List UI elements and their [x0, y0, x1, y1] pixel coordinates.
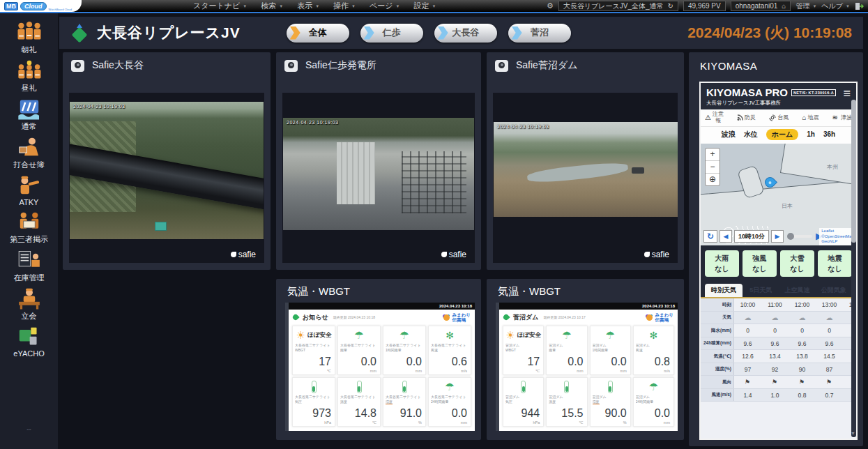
- metric-value: 0.0: [406, 356, 422, 368]
- locate-button[interactable]: ⊕: [706, 174, 719, 185]
- umbrella-icon: ☂: [649, 381, 658, 393]
- metric-value: 15.5: [561, 407, 583, 420]
- map-view[interactable]: 本州 日本 + − ⊕ ↻ ◀ 10時10分 ▶ ▶ Leaflet©Op: [701, 144, 856, 245]
- board-selector[interactable]: 大長谷リプレースJV_全体_通常 ↻: [558, 1, 678, 11]
- nav-tsunami[interactable]: ≋津波: [832, 114, 852, 121]
- sidebar-item-atky[interactable]: ATKY: [14, 175, 45, 206]
- logout-icon[interactable]: [855, 2, 864, 10]
- safie-leaf-icon: [231, 252, 236, 257]
- weather-tabs: 時別天気 5日天気 上空風速 公開気象: [701, 281, 856, 299]
- board-name: 大長谷リプレースJV_全体_通常: [563, 1, 664, 11]
- scrollbar-thumb[interactable]: [851, 100, 856, 243]
- mode-suii[interactable]: 水位: [744, 130, 758, 139]
- topbar-accent-line: [0, 12, 868, 13]
- tab-public-weather[interactable]: 公開気象: [816, 284, 852, 298]
- wind-flag-icon: ⚑: [745, 379, 751, 386]
- pageview-counter: 49,969 PV: [683, 1, 726, 11]
- map-playback-controls: ↻ ◀ 10時10分 ▶ ▶: [703, 230, 823, 243]
- sidebar-item-zaiko[interactable]: 在庫管理: [14, 250, 45, 283]
- tab-chevron-icon: [512, 26, 522, 40]
- metric-value: 90.0: [605, 407, 627, 420]
- slider-thumb[interactable]: [787, 233, 794, 240]
- map-refresh-button[interactable]: ↻: [703, 230, 717, 243]
- menu-page[interactable]: ページ▼: [370, 1, 399, 11]
- scroll-down-arrow-icon[interactable]: ▼: [851, 431, 855, 436]
- camera-panel-header: Safie仁歩発電所: [276, 52, 481, 79]
- umbrella-icon: ☂: [399, 329, 409, 342]
- tab-suganuma[interactable]: 菅沼: [508, 24, 571, 43]
- thermometer-icon: [402, 381, 407, 393]
- site-name: 菅沼ダム: [513, 313, 538, 322]
- status-earthquake[interactable]: 地震なし: [818, 250, 852, 277]
- menu-operation[interactable]: 操作▼: [333, 1, 356, 11]
- menu-view[interactable]: 表示▼: [297, 1, 319, 11]
- alert-nav: ⚠注意報 防災 台風 ⌂地震 ≋津波: [701, 109, 856, 127]
- zoom-in-button[interactable]: +: [706, 149, 719, 161]
- mbcloud-logo[interactable]: MB Cloud WatchBoard Cloud: [0, 0, 82, 12]
- metric-card-rain1h: ☂大長谷第二サテライト1時間雨量0.0mm: [383, 326, 426, 375]
- metric-value: 17: [527, 356, 540, 368]
- refresh-icon[interactable]: ↻: [668, 2, 673, 10]
- hamburger-menu-icon[interactable]: ≡: [843, 87, 851, 100]
- metric-unit: hPa: [324, 420, 331, 425]
- kiyomasa-header: KIYOMASA PRONETIS: KT-230016-A ≡ 大長谷リプレー…: [701, 83, 856, 109]
- inventory-list-icon: [14, 250, 45, 273]
- tab-hourly-weather[interactable]: 時別天気: [705, 284, 743, 298]
- tools-icon[interactable]: ⚙: [547, 1, 554, 10]
- menu-admin[interactable]: 管理▼: [795, 1, 816, 11]
- mode-1h[interactable]: 1h: [807, 130, 815, 138]
- widget-scrollbar[interactable]: [851, 100, 856, 437]
- metric-unit: m/s: [664, 369, 670, 373]
- weather-panel-title: 気温・WBGT: [276, 279, 481, 298]
- widget-timestamp: 2024.04.23 10:18: [439, 304, 472, 308]
- pv-count: 49,969 PV: [688, 2, 721, 10]
- nav-jishin[interactable]: ⌂地震: [802, 114, 818, 121]
- mode-home-active[interactable]: ホーム: [766, 129, 798, 140]
- thermometer-icon: [521, 381, 526, 393]
- status-heavy-snow[interactable]: 大雪なし: [780, 250, 814, 277]
- sidebar-item-eyacho[interactable]: eYACHO: [13, 326, 44, 358]
- metric-card-humidity: 大長谷第二サテライト湿度91.0%: [383, 377, 426, 427]
- status-heavy-rain[interactable]: 大雨なし: [705, 250, 739, 277]
- mimawari-logo: みまわり伝書鳩: [646, 312, 673, 323]
- user-box[interactable]: ohnagatani01 ⌂: [731, 1, 791, 11]
- menu-search[interactable]: 検索▼: [261, 1, 283, 11]
- sidebar-item-daisansha[interactable]: 第三者掲示: [10, 211, 48, 245]
- menu-settings[interactable]: 設定▼: [414, 1, 436, 11]
- nav-bousai[interactable]: 防災: [737, 114, 756, 121]
- tab-label: 仁歩: [383, 26, 401, 39]
- tab-upper-wind[interactable]: 上空風速: [779, 284, 815, 298]
- menu-startnavi[interactable]: スタートナビ▼: [193, 1, 247, 11]
- zoom-out-button[interactable]: −: [706, 161, 719, 174]
- mode-36h[interactable]: 36h: [823, 130, 835, 138]
- tab-zentai[interactable]: 全体: [287, 24, 349, 43]
- sidebar-item-tsujou[interactable]: 通常: [14, 98, 45, 132]
- metric-value: 17: [319, 356, 331, 368]
- umbrella-icon: ☂: [562, 329, 571, 342]
- tab-ohnagatani[interactable]: 大長谷: [434, 24, 497, 43]
- home-icon[interactable]: ⌂: [782, 2, 786, 10]
- tab-ninbu[interactable]: 仁歩: [360, 24, 423, 43]
- nav-chuihou[interactable]: ⚠注意報: [705, 112, 724, 124]
- thermometer-icon: [357, 381, 362, 393]
- tab-5day-weather[interactable]: 5日天気: [743, 284, 779, 298]
- sidebar-item-uchiawase[interactable]: 打合せ簿: [13, 137, 44, 170]
- menu-label: 検索: [261, 1, 276, 11]
- chevron-down-icon: ▼: [279, 4, 283, 8]
- sidebar-item-chorei[interactable]: 朝礼: [14, 22, 45, 55]
- safie-logo: safie: [644, 250, 669, 259]
- sidebar-item-tachiai[interactable]: 立会: [14, 288, 45, 321]
- thermometer-icon: [312, 381, 317, 393]
- top-menubar: MB Cloud WatchBoard Cloud スタートナビ▼ 検索▼ 表示…: [0, 0, 868, 12]
- status-strong-wind[interactable]: 強風なし: [743, 250, 777, 277]
- nav-taifuu[interactable]: 台風: [769, 114, 789, 121]
- kiyomasa-pro-title: KIYOMASA PRO: [706, 86, 788, 98]
- sidebar-item-chuurei[interactable]: 昼礼: [14, 60, 45, 93]
- menu-help[interactable]: ヘルプ▼: [821, 1, 850, 11]
- metric-value: 0.0: [611, 356, 627, 368]
- step-back-button[interactable]: ◀: [719, 230, 732, 243]
- step-forward-button[interactable]: ▶: [771, 230, 784, 243]
- time-slider[interactable]: [787, 235, 812, 238]
- area-tabs: 全体 仁歩 大長谷 菅沼: [287, 24, 571, 43]
- mode-harou[interactable]: 波浪: [722, 130, 736, 139]
